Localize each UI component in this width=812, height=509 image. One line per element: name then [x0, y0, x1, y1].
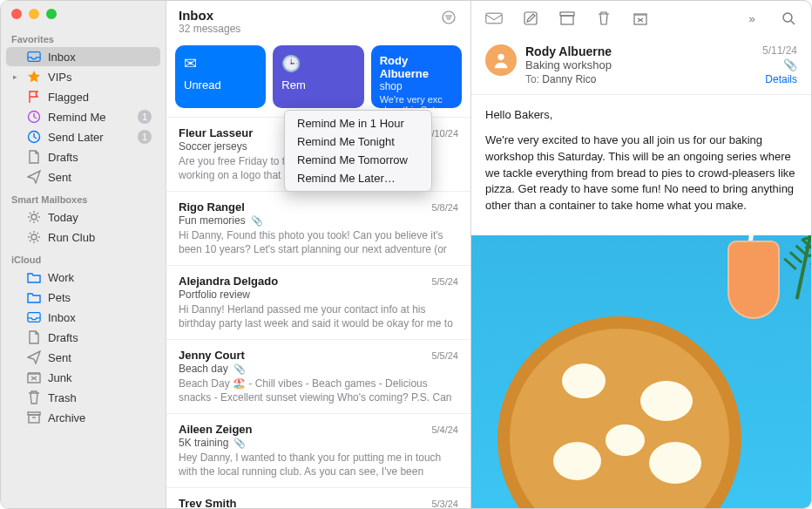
- svg-rect-13: [561, 16, 573, 24]
- gear-icon: [27, 230, 41, 244]
- svg-rect-5: [28, 313, 40, 322]
- filter-button[interactable]: [439, 8, 458, 27]
- sidebar-fav-drafts[interactable]: Drafts: [6, 147, 160, 166]
- sidebar-item-label: Remind Me: [48, 111, 138, 124]
- unread-card-label: Unread: [184, 78, 257, 92]
- sidebar-item-label: Flagged: [48, 91, 152, 104]
- top-cards: ✉︎ Unread 🕒 Rem Rody Albuerne shop We're…: [166, 40, 470, 117]
- archivebox-icon: [27, 411, 41, 424]
- svg-point-15: [783, 13, 792, 22]
- highlight-card[interactable]: Rody Albuerne shop We're very exc shop t…: [371, 45, 462, 108]
- message-from: Jenny Court: [179, 349, 245, 362]
- to-name: Danny Rico: [542, 73, 596, 85]
- archive-icon[interactable]: [558, 10, 576, 27]
- sidebar-item-label: Sent: [48, 171, 152, 184]
- sidebar-icloud-inbox[interactable]: Inbox: [6, 308, 160, 327]
- svg-point-4: [31, 234, 37, 240]
- details-link[interactable]: Details: [765, 73, 797, 85]
- message-header: Rody Albuerne 5/11/24 Baking workshop 📎 …: [471, 36, 811, 95]
- reply-icon[interactable]: [485, 10, 503, 27]
- message-row[interactable]: Alejandra Delgado5/5/24Portfolio reviewH…: [166, 265, 470, 339]
- sidebar-item-label: Work: [48, 271, 152, 284]
- message-date: 5/3/24: [431, 499, 458, 509]
- unread-card[interactable]: ✉︎ Unread: [175, 45, 266, 108]
- message-from: Trev Smith: [179, 497, 236, 509]
- message-subject: Baking workshop: [525, 58, 612, 71]
- zoom-window-button[interactable]: [46, 9, 57, 19]
- trash-icon[interactable]: [595, 10, 612, 27]
- message-row[interactable]: Rigo Rangel5/8/24Fun memories 📎Hi Danny,…: [166, 191, 470, 265]
- avatar: [485, 44, 517, 76]
- attachment-icon: 📎: [783, 58, 797, 71]
- sidebar-icloud-pets[interactable]: Pets: [6, 288, 160, 307]
- filter-icon: [442, 10, 456, 24]
- badge: 1: [138, 110, 152, 124]
- sidebar-fav-inbox[interactable]: Inbox: [6, 47, 160, 66]
- sidebar: Favorites Inbox▸VIPsFlaggedRemind Me1Sen…: [1, 1, 166, 508]
- flag-icon: [27, 90, 41, 104]
- message-subject: Beach day 📎: [179, 363, 458, 375]
- message-body: Hello Bakers, We're very excited to have…: [471, 95, 811, 235]
- menu-item-remind-me-later-[interactable]: Remind Me Later…: [285, 169, 431, 187]
- paperplane-icon: [27, 350, 41, 364]
- message-from: Alejandra Delgado: [179, 275, 278, 288]
- search-icon[interactable]: [780, 10, 797, 27]
- reader-toolbar: »: [471, 1, 811, 36]
- more-chevrons-icon[interactable]: »: [743, 10, 761, 27]
- message-date: 5/4/24: [431, 424, 458, 435]
- message-row[interactable]: Aileen Zeigen5/4/245K training 📎Hey Dann…: [166, 413, 470, 487]
- sidebar-item-label: Trash: [48, 391, 152, 404]
- clock-icon: [27, 110, 41, 124]
- message-subject: Fun memories 📎: [179, 214, 458, 227]
- sidebar-fav-send-later[interactable]: Send Later1: [6, 127, 160, 146]
- menu-item-remind-me-tonight[interactable]: Remind Me Tonight: [285, 132, 431, 151]
- folder-icon: [27, 290, 41, 304]
- svg-point-16: [497, 54, 504, 60]
- message-from: Rody Albuerne: [525, 44, 612, 58]
- sidebar-icloud-trash[interactable]: Trash: [6, 388, 160, 407]
- message-from: Rigo Rangel: [179, 200, 245, 214]
- attachment-image[interactable]: [471, 235, 811, 508]
- sidebar-icloud-work[interactable]: Work: [6, 268, 160, 287]
- sidebar-icloud-sent[interactable]: Sent: [6, 348, 160, 367]
- body-text: We're very excited to have you all join …: [485, 132, 797, 214]
- sidebar-fav-vips[interactable]: ▸VIPs: [6, 67, 160, 86]
- sidebar-item-label: VIPs: [48, 71, 152, 84]
- message-row[interactable]: Jenny Court5/5/24Beach day 📎Beach Day 🏖️…: [166, 339, 470, 413]
- svg-rect-0: [28, 52, 40, 62]
- trash-icon: [27, 390, 41, 404]
- section-favorites: Favorites: [1, 27, 166, 46]
- sidebar-smart-today[interactable]: Today: [6, 207, 160, 227]
- sidebar-fav-remind-me[interactable]: Remind Me1: [6, 107, 160, 126]
- highlight-sender: Rody Albuerne: [380, 54, 453, 80]
- envelope-badge-icon: ✉︎: [184, 54, 257, 73]
- disclosure-icon[interactable]: ▸: [13, 72, 17, 81]
- compose-icon[interactable]: [522, 10, 539, 27]
- sidebar-smart-run-club[interactable]: Run Club: [6, 227, 160, 247]
- sidebar-item-label: Inbox: [48, 51, 152, 64]
- close-window-button[interactable]: [11, 9, 22, 19]
- message-subject: 5K training 📎: [179, 437, 458, 449]
- sidebar-icloud-drafts[interactable]: Drafts: [6, 328, 160, 347]
- svg-rect-12: [560, 12, 574, 16]
- sidebar-item-label: Junk: [48, 371, 152, 384]
- to-label: To:: [525, 73, 539, 85]
- mailbox-title: Inbox: [179, 8, 240, 23]
- svg-rect-8: [29, 415, 39, 423]
- sidebar-icloud-archive[interactable]: Archive: [6, 408, 160, 427]
- sidebar-item-label: Send Later: [48, 131, 138, 144]
- junk-icon[interactable]: [632, 10, 649, 27]
- tray-icon: [27, 310, 41, 324]
- message-list-pane: Inbox 32 messages ✉︎ Unread 🕒 Rem Rody A…: [166, 1, 471, 508]
- menu-item-remind-me-tomorrow[interactable]: Remind Me Tomorrow: [285, 151, 431, 169]
- gear-icon: [27, 210, 41, 224]
- paperclip-icon: 📎: [248, 215, 263, 226]
- minimize-window-button[interactable]: [29, 9, 39, 19]
- sidebar-fav-sent[interactable]: Sent: [6, 167, 160, 187]
- sidebar-item-label: Drafts: [48, 331, 152, 344]
- sidebar-fav-flagged[interactable]: Flagged: [6, 87, 160, 106]
- remind-me-card[interactable]: 🕒 Rem: [273, 45, 363, 108]
- sidebar-icloud-junk[interactable]: Junk: [6, 368, 160, 387]
- menu-item-remind-me-in-1-hour[interactable]: Remind Me in 1 Hour: [285, 114, 431, 132]
- message-row[interactable]: Trev Smith5/3/24Illustration reference 📎…: [166, 487, 470, 509]
